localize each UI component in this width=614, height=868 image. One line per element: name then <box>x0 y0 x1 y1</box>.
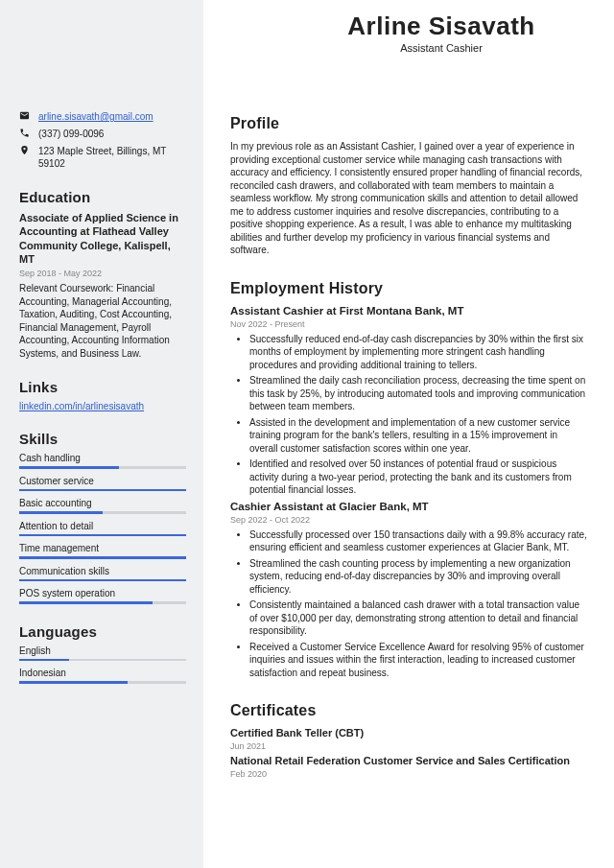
skill-bar <box>19 534 186 537</box>
skill-item: Customer service <box>19 476 186 492</box>
skill-bar-fill <box>19 466 119 469</box>
contact-email-row: arline.sisavath@gmail.com <box>19 110 186 124</box>
certificates-heading: Certificates <box>230 702 587 719</box>
job-bullets: Successfully processed over 150 transact… <box>230 528 587 680</box>
skill-bar <box>19 511 186 514</box>
skill-name: Customer service <box>19 476 186 486</box>
skill-name: English <box>19 645 186 656</box>
skill-name: Time management <box>19 543 186 553</box>
skill-bar-fill <box>19 659 69 662</box>
education-heading: Education <box>19 189 186 205</box>
skill-bar <box>19 489 186 492</box>
job-title: Assistant Cashier at First Montana Bank,… <box>230 305 587 317</box>
skill-name: Cash handling <box>19 453 186 463</box>
skill-bar-fill <box>19 511 103 514</box>
skill-name: Basic accounting <box>19 498 186 508</box>
applicant-title: Assistant Cashier <box>297 42 585 54</box>
education-dates: Sep 2018 - May 2022 <box>19 269 186 278</box>
job-bullet: Streamlined the cash counting process by… <box>249 557 587 597</box>
skill-name: Attention to detail <box>19 521 186 531</box>
job-bullet: Successfully reduced end-of-day cash dis… <box>249 333 587 372</box>
skill-bar-fill <box>19 489 186 492</box>
skill-bar-fill <box>19 579 186 582</box>
skill-bar <box>19 601 186 604</box>
linkedin-link[interactable]: linkedin.com/in/arlinesisavath <box>19 401 144 411</box>
contact-address: 123 Maple Street, Billings, MT 59102 <box>38 145 186 170</box>
contact-phone: (337) 099-0096 <box>38 128 104 140</box>
contact-phone-row: (337) 099-0096 <box>19 128 186 141</box>
job-bullet: Received a Customer Service Excellence A… <box>249 641 587 680</box>
phone-icon <box>19 128 31 141</box>
certificate-date: Feb 2020 <box>230 769 587 779</box>
skill-bar <box>19 579 186 582</box>
skill-item: English <box>19 645 186 662</box>
job-bullet: Assisted in the development and implemen… <box>249 416 587 456</box>
skill-item: Cash handling <box>19 453 186 469</box>
certificate-title: National Retail Federation Customer Serv… <box>230 755 587 766</box>
email-icon <box>19 110 31 124</box>
certificates-list: Certified Bank Teller (CBT)Jun 2021Natio… <box>230 727 587 779</box>
skills-list: Cash handlingCustomer serviceBasic accou… <box>19 453 186 604</box>
skill-item: Communication skills <box>19 566 186 582</box>
skill-bar-fill <box>19 534 186 537</box>
header-block: Arline Sisavath Assistant Cashier <box>297 12 585 54</box>
job-bullet: Consistently maintained a balanced cash … <box>249 598 587 638</box>
job-dates: Sep 2022 - Oct 2022 <box>230 515 587 525</box>
employment-heading: Employment History <box>230 280 587 297</box>
jobs-list: Assistant Cashier at First Montana Bank,… <box>230 305 587 680</box>
skill-item: Time management <box>19 543 186 559</box>
skill-bar-fill <box>19 681 128 684</box>
job-bullets: Successfully reduced end-of-day cash dis… <box>230 333 587 497</box>
skill-item: Indonesian <box>19 668 186 684</box>
certificate-title: Certified Bank Teller (CBT) <box>230 727 587 739</box>
contact-address-row: 123 Maple Street, Billings, MT 59102 <box>19 145 186 170</box>
applicant-name: Arline Sisavath <box>297 12 585 41</box>
profile-heading: Profile <box>230 115 587 132</box>
certificate-date: Jun 2021 <box>230 741 587 751</box>
skill-name: Indonesian <box>19 668 186 678</box>
job-title: Cashier Assistant at Glacier Bank, MT <box>230 501 587 512</box>
skill-bar-fill <box>19 556 186 559</box>
education-coursework: Relevant Coursework: Financial Accountin… <box>19 282 186 360</box>
job-bullet: Streamlined the daily cash reconciliatio… <box>249 374 587 413</box>
skill-bar <box>19 556 186 559</box>
contact-email[interactable]: arline.sisavath@gmail.com <box>38 110 154 123</box>
languages-list: EnglishIndonesian <box>19 645 186 684</box>
skills-heading: Skills <box>19 431 186 447</box>
skill-bar-fill <box>19 601 153 604</box>
job-bullet: Successfully processed over 150 transact… <box>249 528 587 554</box>
sidebar: arline.sisavath@gmail.com (337) 099-0096… <box>0 0 203 868</box>
job-bullet: Identified and resolved over 50 instance… <box>249 457 587 497</box>
profile-text: In my previous role as an Assistant Cash… <box>230 140 587 257</box>
job-dates: Nov 2022 - Present <box>230 319 587 329</box>
education-degree: Associate of Applied Science in Accounti… <box>19 211 186 266</box>
main-content: Profile In my previous role as an Assist… <box>203 0 614 868</box>
location-icon <box>19 145 31 158</box>
languages-heading: Languages <box>19 623 186 640</box>
skill-bar <box>19 681 186 684</box>
skill-item: Basic accounting <box>19 498 186 514</box>
skill-bar <box>19 659 186 662</box>
skill-bar <box>19 466 186 469</box>
skill-name: POS system operation <box>19 588 186 598</box>
skill-item: Attention to detail <box>19 521 186 537</box>
skill-item: POS system operation <box>19 588 186 604</box>
links-heading: Links <box>19 379 186 395</box>
skill-name: Communication skills <box>19 566 186 576</box>
